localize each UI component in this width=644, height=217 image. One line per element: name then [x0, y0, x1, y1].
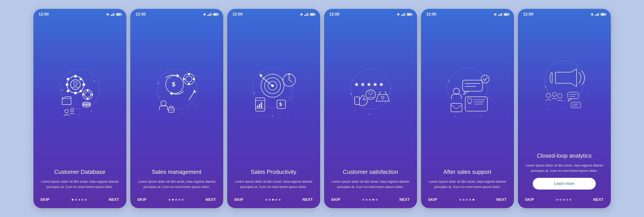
- svg-rect-3: [74, 75, 76, 78]
- skip-btn-4[interactable]: SKIP: [331, 197, 340, 202]
- dot-6-1: [556, 199, 558, 201]
- svg-point-23: [70, 109, 74, 112]
- illustration-2: $: [130, 18, 223, 168]
- learn-more-button[interactable]: Learn more: [533, 178, 596, 189]
- svg-text:○: ○: [390, 86, 392, 90]
- svg-text:°: °: [181, 112, 182, 116]
- svg-rect-15: [87, 98, 88, 100]
- svg-rect-109: [571, 102, 581, 108]
- svg-rect-4: [74, 92, 76, 94]
- dot-5-3: [466, 199, 468, 201]
- svg-text:+: +: [481, 114, 482, 118]
- content-5: After sales support Lorem ipsum dolor si…: [421, 168, 514, 194]
- svg-rect-62: [257, 106, 258, 108]
- next-btn-1[interactable]: NEXT: [108, 197, 119, 202]
- next-btn-4[interactable]: NEXT: [399, 197, 410, 202]
- title-3: Sales Productivity: [234, 168, 313, 175]
- battery-icon-1: [116, 13, 121, 16]
- svg-text:○: ○: [194, 104, 196, 107]
- title-2: Sales management: [138, 168, 216, 175]
- signal-bars-3: [304, 13, 308, 16]
- svg-point-13: [85, 92, 90, 97]
- next-btn-2[interactable]: NEXT: [206, 197, 216, 202]
- svg-text:+: +: [272, 114, 274, 118]
- svg-point-11: [74, 82, 77, 85]
- phone-screen-5: 12:00 ⊛: [421, 9, 514, 208]
- svg-rect-7: [66, 78, 69, 81]
- svg-rect-14: [87, 89, 88, 91]
- next-btn-5[interactable]: NEXT: [496, 197, 506, 202]
- skip-btn-1[interactable]: SKIP: [40, 197, 50, 202]
- svg-text:○: ○: [547, 107, 548, 110]
- status-icons-5: ⊛: [494, 13, 508, 16]
- signal-bars-4: [401, 13, 405, 16]
- svg-text:+: +: [61, 88, 63, 92]
- dot-3-3: [272, 199, 274, 201]
- svg-point-71: [351, 69, 390, 109]
- bottom-nav-3: SKIP NEXT: [227, 194, 320, 208]
- svg-point-2: [70, 80, 80, 89]
- svg-marker-87: [464, 91, 468, 95]
- wifi-icon-2: ⊛: [203, 13, 206, 16]
- content-4: Customer satisfaction Lorem ipsum dolor …: [324, 168, 417, 194]
- content-3: Sales Productivity Lorem ipsum dolor sit…: [227, 168, 320, 194]
- time-6: 12:00: [523, 12, 534, 17]
- dot-6-3: [563, 199, 564, 201]
- svg-text:+: +: [93, 79, 95, 83]
- svg-point-91: [468, 98, 472, 103]
- dot-3-5: [279, 199, 280, 201]
- svg-text:○: ○: [78, 113, 80, 116]
- next-btn-6[interactable]: NEXT: [593, 197, 604, 202]
- svg-text:°: °: [91, 110, 92, 114]
- svg-text:$: $: [172, 81, 176, 88]
- svg-point-12: [83, 90, 92, 99]
- skip-btn-3[interactable]: SKIP: [234, 197, 244, 202]
- dots-1: [72, 199, 87, 201]
- dot-3-1: [266, 199, 267, 201]
- dot-1-5: [85, 199, 87, 201]
- battery-icon-4: [407, 13, 412, 16]
- svg-text:+: +: [564, 107, 566, 110]
- svg-marker-108: [568, 99, 572, 101]
- desc-6: Lorem ipsum dolor sit dim amet, mea regi…: [525, 163, 604, 173]
- dot-6-4: [566, 199, 568, 201]
- status-bar-4: 12:00 ⊛: [324, 9, 417, 18]
- svg-rect-63: [259, 104, 260, 108]
- desc-5: Lorem ipsum dolor sit dim amet, mea regi…: [428, 179, 507, 189]
- dot-4-3: [369, 199, 371, 201]
- skip-btn-5[interactable]: SKIP: [428, 197, 437, 202]
- title-5: After sales support: [428, 168, 507, 175]
- dot-1-2: [75, 199, 77, 201]
- battery-icon-2: [213, 13, 218, 16]
- phone-screen-4: 12:00 ⊛ ★ ★ ★ ★ ★: [324, 9, 417, 208]
- skip-btn-6[interactable]: SKIP: [525, 197, 534, 202]
- status-bar-2: 12:00 ⊛: [130, 9, 223, 18]
- battery-icon-6: [601, 13, 606, 16]
- dot-2-5: [182, 199, 184, 201]
- battery-icon-3: [310, 13, 315, 16]
- desc-3: Lorem ipsum dolor sit dim amet, mea regi…: [234, 179, 313, 189]
- content-2: Sales management Lorem ipsum dolor sit d…: [130, 168, 223, 194]
- time-4: 12:00: [330, 12, 340, 17]
- status-icons-4: ⊛: [397, 13, 412, 16]
- bottom-nav-4: SKIP NEXT: [324, 194, 417, 208]
- time-3: 12:00: [232, 12, 243, 17]
- svg-point-41: [161, 101, 166, 106]
- svg-text:★: ★: [360, 81, 365, 88]
- svg-rect-16: [82, 94, 84, 95]
- status-icons-3: ⊛: [300, 13, 315, 16]
- dots-3: [266, 199, 280, 201]
- svg-marker-40: [193, 89, 196, 93]
- next-btn-3[interactable]: NEXT: [302, 197, 313, 202]
- svg-rect-105: [568, 92, 579, 99]
- desc-1: Lorem ipsum dolor sit dim amet, mea regi…: [40, 179, 119, 189]
- dot-2-1: [168, 199, 170, 201]
- title-1: Customer Database: [40, 168, 119, 175]
- svg-rect-58: [288, 74, 290, 75]
- svg-text:+: +: [350, 92, 352, 96]
- svg-point-104: [558, 94, 562, 98]
- wifi-icon-3: ⊛: [300, 13, 303, 16]
- skip-btn-2[interactable]: SKIP: [138, 197, 147, 202]
- svg-text:+: +: [448, 79, 450, 83]
- svg-point-34: [186, 76, 192, 82]
